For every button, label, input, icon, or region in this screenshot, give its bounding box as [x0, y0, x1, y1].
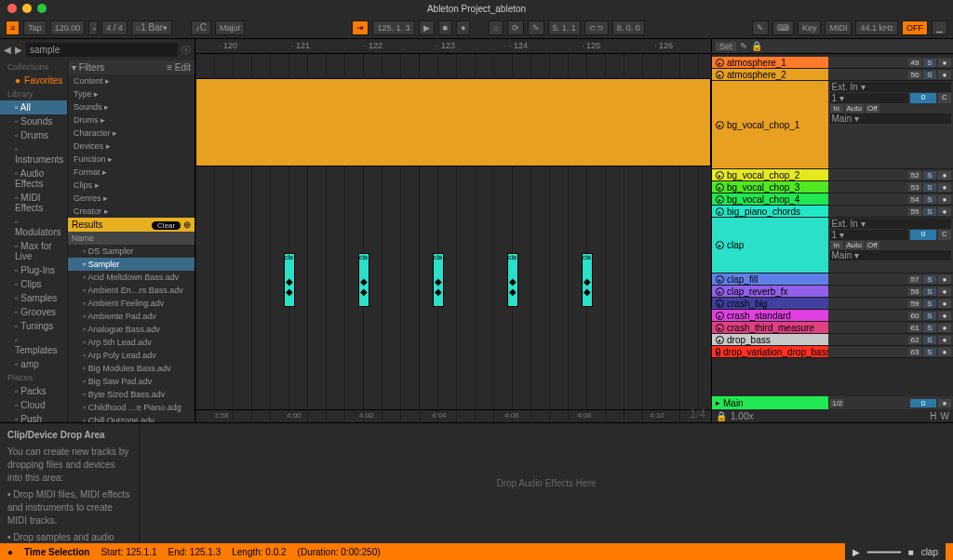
library-item[interactable]: ▫ Sounds [0, 114, 67, 128]
pencil-icon[interactable]: ✎ [752, 20, 769, 35]
record-arm[interactable]: ● [938, 195, 951, 204]
record-button[interactable]: ● [456, 20, 470, 35]
audio-clip[interactable]: cla◆◆ [358, 253, 369, 307]
track-row[interactable]: ▸crash_standard60S● [712, 310, 953, 322]
track-row[interactable]: ▸bg_vocal_chop_1Ext. In ▾1 ▾0CInAutoOffM… [712, 81, 953, 169]
track-num[interactable]: 60 [908, 312, 921, 320]
fwd-icon[interactable]: ▶ [15, 45, 22, 55]
drop-target[interactable]: Drop Audio Effects Here [140, 423, 953, 543]
solo-button[interactable]: S [923, 287, 936, 296]
record-arm[interactable]: ● [938, 324, 951, 332]
result-item[interactable]: ▫ Ambient En…rs Bass.adv [68, 284, 195, 297]
track-row[interactable]: ▸bg_vocal_chop_353S● [712, 181, 953, 193]
track-num[interactable]: 49 [908, 59, 921, 67]
filter-row[interactable]: Content ▸ [68, 74, 195, 87]
sample-rate[interactable]: 44.1 kHz [855, 20, 898, 35]
filter-row[interactable]: Genres ▸ [68, 192, 195, 205]
track-row[interactable]: ▸atmosphere_250S● [712, 69, 953, 81]
track-play-icon[interactable]: ▸ [716, 300, 724, 308]
library-item[interactable]: ▫ Templates [0, 333, 67, 357]
library-item[interactable]: ▫ All [0, 100, 67, 114]
track-num[interactable]: 52 [908, 171, 921, 180]
zoom-w[interactable]: W [941, 411, 949, 421]
track-play-icon[interactable]: ▸ [716, 275, 724, 284]
close-icon[interactable] [7, 4, 17, 13]
metronome-icon[interactable]: 𝅘𝅥 [88, 20, 98, 35]
track-row[interactable]: ▸clapExt. In ▾1 ▾0CInAutoOffMain ▾ [712, 218, 953, 273]
track-play-icon[interactable]: ▸ [716, 183, 724, 192]
key-button[interactable]: Key [798, 20, 822, 35]
minimize-icon[interactable] [22, 4, 32, 13]
track-num[interactable]: 53 [908, 183, 921, 192]
track-play-icon[interactable]: ▸ [716, 207, 724, 216]
library-item[interactable]: ▫ Plug-Ins [0, 263, 67, 277]
track-play-icon[interactable]: ▸ [716, 336, 724, 344]
result-item[interactable]: ▫ Big Saw Pad.adv [68, 375, 195, 388]
solo-button[interactable]: S [923, 171, 936, 180]
track-row[interactable]: ▸bg_vocal_chop_252S● [712, 169, 953, 181]
loop-start[interactable]: 5. 1. 1 [548, 20, 581, 35]
engine-off[interactable]: OFF [902, 20, 928, 35]
solo-button[interactable]: S [923, 207, 936, 216]
track-num[interactable]: 63 [908, 348, 921, 356]
overdub-icon[interactable]: ○ [489, 20, 503, 35]
maximize-icon[interactable] [37, 4, 47, 13]
track-row[interactable]: ▸clap_fill57S● [712, 273, 953, 286]
solo-button[interactable]: S [923, 324, 936, 332]
status-stop-icon[interactable]: ■ [908, 547, 914, 557]
set-pencil-icon[interactable]: ✎ [740, 41, 747, 51]
grid-resolution[interactable]: 1/4 [690, 407, 705, 420]
track-play-icon[interactable]: ▸ [716, 287, 724, 296]
clear-button[interactable]: Clear [152, 221, 181, 230]
track-play-icon[interactable]: ▸ [716, 348, 720, 356]
stop-button[interactable]: ■ [438, 20, 452, 35]
track-row[interactable]: ▸crash_big59S● [712, 298, 953, 310]
result-item[interactable]: ▫ Big Modules Bass.adv [68, 362, 195, 375]
library-item[interactable]: ▫ Audio Effects [0, 167, 67, 191]
library-item[interactable]: ▫ Modulators [0, 215, 67, 239]
track-play-icon[interactable]: ▸ [716, 195, 724, 204]
timeline-ruler[interactable]: · 120· 121· 122· 123· 124· 125· 126 [195, 39, 711, 54]
master-pan[interactable]: 0 [910, 399, 936, 407]
clear-search-icon[interactable]: ⓧ [181, 44, 191, 57]
track-num[interactable]: 50 [908, 71, 921, 79]
track-play-icon[interactable]: ▸ [716, 59, 724, 67]
library-item[interactable]: ▫ Samples [0, 291, 67, 305]
track-play-icon[interactable]: ▸ [716, 324, 724, 332]
track-row[interactable]: ▸drop_variation_drop_bass63S● [712, 346, 953, 358]
result-item[interactable]: ▫ DS Sampler [68, 245, 195, 258]
midi-button[interactable]: MIDI [825, 20, 852, 35]
set-lock-icon[interactable]: 🔒 [751, 41, 762, 51]
record-arm[interactable]: ● [938, 171, 951, 180]
filter-row[interactable]: Format ▸ [68, 166, 195, 179]
record-arm[interactable]: ● [938, 71, 951, 79]
track-num[interactable]: 55 [908, 207, 921, 216]
audio-clip[interactable]: cla◆◆ [284, 253, 295, 307]
filter-row[interactable]: Devices ▸ [68, 140, 195, 153]
solo-button[interactable]: S [923, 275, 936, 284]
record-arm[interactable]: ● [938, 336, 951, 344]
track-row[interactable]: ▸clap_reverb_fx58S● [712, 286, 953, 298]
track-play-icon[interactable]: ▸ [716, 171, 724, 180]
record-arm[interactable]: ● [938, 275, 951, 284]
favorites-item[interactable]: ● Favorites [0, 73, 67, 87]
audio-clip[interactable]: cla◆◆ [433, 253, 444, 307]
master-out[interactable]: 1/2 [830, 399, 844, 407]
filter-row[interactable]: Creator ▸ [68, 205, 195, 218]
solo-button[interactable]: S [923, 300, 936, 308]
track-num[interactable]: 62 [908, 336, 921, 344]
filter-row[interactable]: Drums ▸ [68, 113, 195, 127]
track-num[interactable]: 59 [908, 300, 921, 308]
arrangement-view[interactable]: · 120· 121· 122· 123· 124· 125· 126 cla◆… [195, 39, 711, 422]
solo-button[interactable]: S [923, 71, 936, 79]
track-row[interactable]: ▸big_piano_chords55S● [712, 206, 953, 218]
track-row[interactable]: ▸crash_third_measure61S● [712, 322, 953, 334]
capture-icon[interactable]: ✎ [528, 20, 544, 35]
record-arm[interactable]: ● [938, 207, 951, 216]
result-item[interactable]: ▫ Byte Sized Bass.adv [68, 388, 195, 401]
zoom-h[interactable]: H [930, 411, 936, 421]
result-item[interactable]: ▫ Childhood …e Piano.adg [68, 401, 195, 414]
result-item[interactable]: ▫ Arp 5th Lead.adv [68, 336, 195, 349]
library-item[interactable]: ▫ Clips [0, 277, 67, 291]
name-column-head[interactable]: Name [68, 232, 195, 245]
